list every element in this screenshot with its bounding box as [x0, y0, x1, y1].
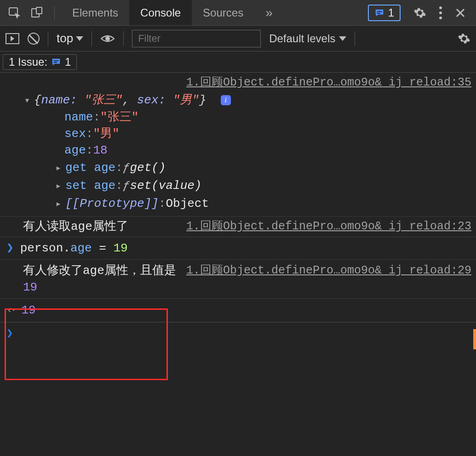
chat-icon: [374, 8, 384, 18]
svg-rect-2: [36, 7, 42, 14]
issues-bar: 1 Issue: 1: [0, 51, 476, 73]
context-selector[interactable]: top: [57, 31, 83, 46]
code-prop: age: [70, 241, 92, 255]
object-properties: name: "张三" sex: "男" age: 18 get age: ƒ g…: [23, 109, 471, 212]
tabs: Elements Console Sources: [61, 0, 284, 25]
close-icon[interactable]: [455, 7, 466, 18]
tab-console[interactable]: Console: [129, 0, 192, 25]
prop-value: "张三": [84, 93, 122, 107]
badge-count: 1: [388, 6, 394, 19]
code-dot: .: [63, 241, 70, 255]
console-settings-icon[interactable]: [458, 32, 470, 45]
setter-label[interactable]: set age: [65, 177, 115, 194]
tab-overflow[interactable]: [254, 0, 284, 25]
brace-close: }: [199, 93, 206, 107]
svg-point-5: [106, 37, 109, 40]
prototype-value[interactable]: Object: [166, 195, 209, 212]
prop-value[interactable]: 18: [93, 142, 107, 159]
separator: [92, 31, 92, 46]
tabbar-left: [0, 6, 48, 19]
object-summary[interactable]: {name: "张三", sex: "男"}: [34, 92, 206, 108]
input-caret-icon: ❯: [6, 240, 14, 256]
prototype-label[interactable]: [[Prototype]]: [65, 195, 159, 212]
separator: [355, 31, 355, 46]
function-name[interactable]: set(value): [130, 177, 201, 194]
issues-badge-button[interactable]: 1: [368, 5, 401, 21]
separator: [54, 6, 55, 20]
tabbar-right: 1: [368, 5, 476, 21]
live-expression-icon[interactable]: [100, 34, 115, 43]
prompt-caret-icon: ❯: [6, 326, 13, 340]
levels-label: Default levels: [269, 32, 335, 45]
issue-label: 1 Issue:: [9, 56, 47, 68]
source-link[interactable]: 1.回顾Object.definePro…omo9o&_ij_reload:35: [186, 74, 471, 91]
inspect-element-icon[interactable]: [8, 6, 21, 19]
issue-chip[interactable]: 1 Issue: 1: [3, 54, 77, 70]
filter-input[interactable]: [132, 30, 261, 47]
disclosure-triangle-icon[interactable]: [54, 177, 63, 194]
source-link[interactable]: 1.回顾Object.definePro…omo9o&_ij_reload:23: [186, 218, 471, 235]
chat-icon: [51, 57, 61, 67]
log-levels-selector[interactable]: Default levels: [269, 32, 346, 45]
function-name[interactable]: get(): [130, 160, 166, 176]
svg-rect-6: [54, 60, 59, 61]
device-toolbar-icon[interactable]: [30, 6, 43, 19]
code-literal: 19: [114, 241, 128, 255]
prop-value[interactable]: "男": [93, 125, 119, 142]
output-row[interactable]: 19: [0, 299, 476, 322]
brace-open: {: [34, 93, 41, 107]
separator: [123, 31, 124, 46]
comma: ,: [122, 93, 137, 107]
tab-elements[interactable]: Elements: [61, 0, 129, 25]
code-op: =: [92, 241, 114, 255]
vertical-dots-icon: [439, 6, 442, 19]
disclosure-triangle-icon[interactable]: [54, 194, 63, 212]
input-row[interactable]: ❯ person.age = 19: [0, 237, 476, 260]
log-text: 有人修改了age属性，且值是 19: [23, 264, 176, 294]
disclosure-triangle-icon[interactable]: [23, 91, 31, 109]
prop-key: name:: [41, 93, 77, 107]
log-text-part: 有人修改了age属性，且值是: [23, 264, 176, 278]
code-ident: person: [20, 241, 63, 255]
prop-key: sex:: [137, 93, 166, 107]
dropdown-arrow-icon: [76, 36, 83, 41]
log-row[interactable]: 1.回顾Object.definePro…omo9o&_ij_reload:29…: [0, 260, 476, 299]
prop-value: "男": [173, 93, 199, 107]
info-icon[interactable]: i: [221, 95, 231, 105]
prop-key[interactable]: sex: [64, 125, 86, 142]
context-label: top: [57, 31, 73, 46]
more-icon[interactable]: [439, 6, 442, 19]
svg-rect-3: [377, 11, 382, 12]
log-row-object[interactable]: 1.回顾Object.definePro…omo9o&_ij_reload:35…: [0, 73, 476, 217]
devtools-tabbar: Elements Console Sources 1: [0, 0, 476, 26]
prop-value[interactable]: "张三": [100, 109, 138, 125]
scroll-indicator: [473, 329, 476, 349]
separator: [48, 31, 48, 46]
tab-sources[interactable]: Sources: [192, 0, 254, 25]
svg-rect-7: [54, 62, 57, 63]
issue-count: 1: [65, 56, 71, 68]
prop-key[interactable]: name: [64, 109, 93, 125]
log-text: 有人读取age属性了: [23, 220, 128, 234]
clear-console-icon[interactable]: [28, 33, 40, 45]
console-toolbar: top Default levels: [0, 26, 476, 51]
sidebar-toggle-icon[interactable]: [6, 33, 19, 44]
svg-rect-4: [377, 13, 380, 14]
prop-key[interactable]: age: [64, 142, 86, 159]
source-link[interactable]: 1.回顾Object.definePro…omo9o&_ij_reload:29: [186, 262, 471, 279]
settings-icon[interactable]: [413, 6, 426, 19]
console-prompt[interactable]: ❯: [0, 322, 476, 343]
output-value: 19: [21, 302, 35, 319]
getter-label[interactable]: get age: [65, 160, 115, 176]
console-output[interactable]: 1.回顾Object.definePro…omo9o&_ij_reload:35…: [0, 73, 476, 456]
chevron-double-right-icon: [265, 6, 273, 20]
input-code: person.age = 19: [20, 240, 128, 256]
dropdown-arrow-icon: [339, 36, 346, 41]
output-caret-icon: [6, 302, 15, 319]
disclosure-triangle-icon[interactable]: [54, 159, 63, 177]
log-row[interactable]: 1.回顾Object.definePro…omo9o&_ij_reload:23…: [0, 217, 476, 237]
log-number: 19: [23, 280, 37, 294]
